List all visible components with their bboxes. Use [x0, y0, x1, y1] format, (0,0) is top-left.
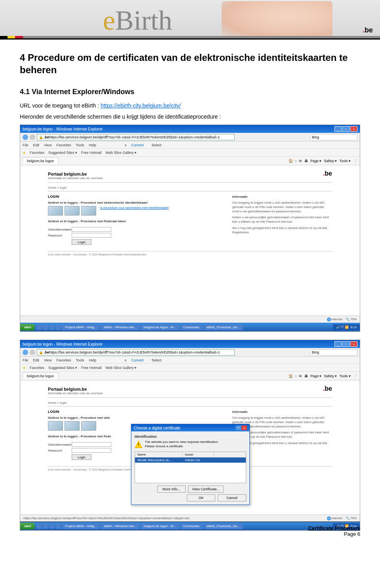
close-button[interactable]: ×: [350, 126, 357, 132]
menu-file[interactable]: File: [23, 358, 28, 362]
search-box[interactable]: Bing: [310, 349, 357, 355]
back-button[interactable]: [23, 134, 28, 140]
menu-view[interactable]: View: [44, 143, 51, 147]
fav-item-1[interactable]: Free Hotmail: [81, 151, 102, 155]
minimize-button[interactable]: _: [334, 341, 342, 347]
dialog-titlebar: Choose a digital certificate ? ×: [131, 424, 249, 431]
fav-item-0[interactable]: Suggested Sites ▾: [48, 366, 77, 370]
ebirth-url-link[interactable]: https://ebirth-city.belgium.be/city/: [101, 102, 181, 109]
forward-button[interactable]: [30, 134, 35, 140]
tool-safety[interactable]: Safety ▾: [324, 374, 337, 378]
taskbar-item[interactable]: Project eBirth - Hellg...: [62, 523, 100, 529]
favorites-label[interactable]: Favorites: [30, 151, 44, 155]
tool-tools[interactable]: Tools ▾: [339, 374, 351, 378]
zoom-level[interactable]: 🔍 75%: [346, 318, 357, 321]
tool-safety[interactable]: Safety ▾: [324, 159, 337, 163]
fav-item-0[interactable]: Suggested Sites ▾: [48, 151, 77, 155]
dialog-close-button[interactable]: ×: [241, 425, 247, 430]
tool-page[interactable]: Page ▾: [310, 374, 322, 378]
window-buttons: _ □ ×: [334, 341, 357, 347]
fav-item-1[interactable]: Free Hotmail: [81, 366, 102, 370]
certificate-list[interactable]: Name Issuer Nicolle Wevoryckxx (A... Cit…: [135, 452, 246, 483]
internet-zone: Internet: [327, 318, 342, 321]
taskbar-item[interactable]: belgium.be logon - W...: [141, 324, 179, 330]
cert-name: Nicolle Wevoryckxx (A...: [135, 458, 182, 463]
home-icon[interactable]: 🏠: [289, 159, 293, 163]
feed-icon[interactable]: ▫: [295, 374, 296, 378]
address-bar-row: 🔒 .be https://fas.services.belgium.be/id…: [20, 133, 360, 142]
status-bar: https://fas.services.belgium.be/idp/dff?…: [20, 514, 360, 522]
browser-tab[interactable]: belgium.be logon: [23, 157, 59, 164]
taskbar-item[interactable]: eBirth - Windows Inte...: [101, 523, 140, 529]
username-input[interactable]: [72, 227, 111, 232]
back-button[interactable]: [23, 350, 28, 355]
menu-tools[interactable]: Tools: [76, 358, 84, 362]
address-bar[interactable]: 🔒 .be https://fas.services.belgium.be/id…: [37, 134, 235, 140]
minimize-button[interactable]: _: [334, 126, 342, 132]
favorites-label[interactable]: Favorites: [30, 366, 44, 370]
password-input[interactable]: [72, 448, 111, 453]
taskbar-item[interactable]: eBirth_Procedure_Ge...: [203, 324, 243, 330]
menu-help[interactable]: Help: [89, 358, 96, 362]
select-button[interactable]: Select: [152, 358, 162, 362]
more-info-button[interactable]: More Info...: [157, 486, 186, 493]
tool-page[interactable]: Page ▾: [310, 159, 322, 163]
home-icon[interactable]: 🏠: [289, 374, 293, 378]
menu-edit[interactable]: Edit: [33, 358, 40, 362]
maximize-button[interactable]: □: [342, 126, 350, 132]
login-button[interactable]: Login: [72, 454, 91, 460]
address-bar[interactable]: 🔒 .be https://fas.services.belgium.be/id…: [37, 349, 235, 355]
view-certificate-button[interactable]: View Certificate...: [188, 486, 224, 493]
login-button[interactable]: Login: [72, 239, 91, 245]
help-icon[interactable]: ❔: [353, 159, 357, 163]
password-input[interactable]: [72, 233, 111, 238]
mail-icon[interactable]: ✉: [299, 374, 302, 378]
taskbar-item[interactable]: belgium.be logon - W...: [141, 523, 179, 529]
help-icon[interactable]: ❔: [353, 374, 357, 378]
convert-button[interactable]: Convert: [131, 143, 144, 147]
portal-content: LOGIN Gelieve in te loggen - Procedure m…: [48, 191, 332, 248]
taskbar-item[interactable]: Project eBirth - Hellg...: [62, 324, 100, 330]
taskbar-item[interactable]: Communes: [180, 324, 203, 330]
url-prefix: .be: [44, 135, 49, 139]
menu-tools[interactable]: Tools: [76, 143, 84, 147]
taskbar-item[interactable]: eBirth - Windows Inte...: [101, 324, 140, 330]
menu-file[interactable]: File: [23, 143, 28, 147]
menu-bar: File Edit View Favorites Tools Help x Co…: [20, 142, 360, 149]
fav-item-2[interactable]: Web Slice Gallery ▾: [106, 151, 137, 155]
eid-link[interactable]: is procedure voor aanmelden met identite…: [100, 206, 169, 216]
feed-icon[interactable]: ▫: [295, 159, 296, 163]
dialog-section-label: Identification: [135, 435, 246, 439]
footer-title: Certificate Procedure: [308, 525, 361, 531]
maximize-button[interactable]: □: [342, 341, 350, 347]
taskbar-item[interactable]: eBirth_Procedure_Ge...: [203, 523, 243, 529]
close-button[interactable]: ×: [350, 341, 357, 347]
zoom-level[interactable]: 🔍 75%: [346, 516, 357, 520]
tool-tools[interactable]: Tools ▾: [339, 159, 351, 163]
taskbar-item[interactable]: Communes: [180, 523, 203, 529]
select-button[interactable]: Select: [152, 143, 162, 147]
fav-item-2[interactable]: Web Slice Gallery ▾: [106, 366, 137, 370]
browser-tab[interactable]: belgium.be logon: [23, 372, 59, 379]
cert-list-row[interactable]: Nicolle Wevoryckxx (A... Citizen CA: [135, 458, 246, 463]
start-button[interactable]: start: [20, 324, 35, 331]
convert-button[interactable]: Convert: [131, 358, 144, 362]
warning-icon: !: [135, 440, 142, 448]
dialog-help-button[interactable]: ?: [236, 425, 241, 430]
print-icon[interactable]: 🖶: [304, 159, 308, 163]
heading-1: 4 Procedure om de certificaten van de el…: [20, 51, 360, 76]
search-box[interactable]: Bing: [310, 134, 357, 140]
print-icon[interactable]: 🖶: [304, 374, 308, 378]
page-tools: 🏠 ▫ ✉ 🖶 Page ▾ Safety ▾ Tools ▾ ❔: [289, 374, 357, 378]
cancel-button[interactable]: Cancel: [218, 494, 246, 501]
ok-button[interactable]: OK: [187, 494, 215, 501]
start-button[interactable]: start: [20, 523, 35, 529]
menu-favorites[interactable]: Favorites: [56, 358, 71, 362]
mail-icon[interactable]: ✉: [299, 159, 302, 163]
menu-favorites[interactable]: Favorites: [56, 143, 71, 147]
menu-help[interactable]: Help: [89, 143, 96, 147]
username-input[interactable]: [72, 442, 111, 447]
menu-edit[interactable]: Edit: [33, 143, 40, 147]
menu-view[interactable]: View: [44, 358, 51, 362]
forward-button[interactable]: [30, 350, 35, 355]
